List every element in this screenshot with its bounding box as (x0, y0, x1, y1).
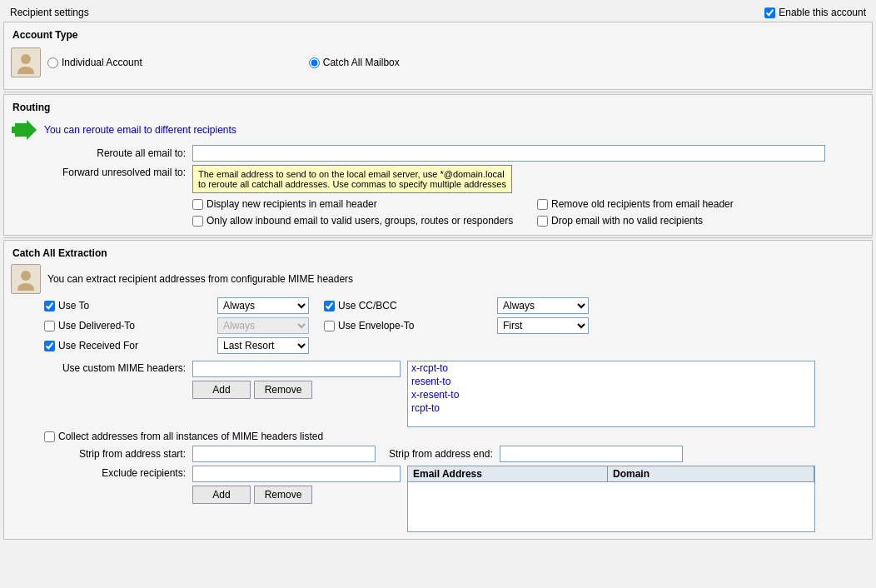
strip-end-input[interactable] (500, 446, 683, 462)
account-avatar (11, 47, 41, 77)
svg-point-6 (21, 271, 31, 281)
exclude-add-button[interactable]: Add (192, 486, 251, 504)
strip-start-input[interactable] (192, 446, 376, 462)
domain-col-header: Domain (608, 466, 814, 481)
exclude-label: Exclude recipients: (44, 466, 186, 479)
list-item[interactable]: rcpt-to (408, 401, 814, 415)
use-received-checkbox[interactable] (44, 341, 55, 351)
individual-account-radio[interactable] (47, 57, 58, 68)
custom-mime-input[interactable] (192, 361, 401, 377)
strip-end-label: Strip from address end: (389, 448, 493, 460)
exclude-remove-button[interactable]: Remove (254, 486, 312, 504)
mime-add-button[interactable]: Add (192, 381, 251, 399)
tooltip-line1: The email address to send to on the loca… (198, 169, 506, 179)
use-delivered-checkbox[interactable] (44, 321, 55, 331)
list-item[interactable]: x-resent-to (408, 388, 814, 401)
reroute-label: Reroute all email to: (44, 147, 186, 159)
tooltip-line2: to reroute all catchall addresses. Use c… (198, 179, 506, 189)
extraction-avatar (11, 264, 41, 294)
use-cc-bcc-label: Use CC/BCC (338, 300, 397, 311)
use-envelope-label: Use Envelope-To (338, 320, 414, 331)
mime-list: x-rcpt-to resent-to x-resent-to rcpt-to (407, 361, 815, 427)
use-envelope-checkbox[interactable] (324, 321, 335, 331)
enable-account-checkbox[interactable] (764, 7, 775, 18)
use-cc-bcc-checkbox[interactable] (324, 301, 335, 311)
recipient-settings-title: Recipient settings (10, 7, 89, 18)
svg-point-1 (17, 67, 34, 74)
display-new-label: Display new recipients in email header (207, 198, 377, 210)
svg-point-7 (17, 283, 34, 291)
use-envelope-dropdown[interactable]: First Always Last Resort (497, 317, 589, 334)
use-to-checkbox[interactable] (44, 301, 55, 311)
drop-email-checkbox[interactable] (537, 216, 548, 227)
list-item[interactable]: x-rcpt-to (408, 361, 814, 375)
forward-label: Forward unresolved mail to: (44, 165, 186, 178)
drop-email-label: Drop email with no valid recipients (551, 215, 703, 227)
catch-all-header: Catch All Extraction (11, 244, 865, 261)
use-received-dropdown[interactable]: Last Resort Always First (217, 337, 309, 354)
svg-rect-5 (15, 133, 27, 137)
exclude-table: Email Address Domain (407, 466, 815, 532)
only-allow-checkbox[interactable] (192, 216, 203, 227)
collect-all-label: Collect addresses from all instances of … (58, 431, 323, 442)
display-new-checkbox[interactable] (192, 199, 203, 210)
svg-marker-3 (27, 120, 37, 140)
account-type-header: Account Type (11, 26, 865, 42)
extraction-info-text: You can extract recipient addresses from… (47, 273, 353, 285)
catchall-mailbox-label: Catch All Mailbox (323, 57, 400, 68)
routing-header: Routing (11, 98, 865, 115)
custom-mime-label: Use custom MIME headers: (44, 361, 186, 374)
use-delivered-dropdown[interactable]: Always First Last Resort (217, 317, 309, 334)
strip-start-label: Strip from address start: (44, 448, 186, 460)
individual-account-label: Individual Account (62, 57, 142, 68)
routing-info-text: You can reroute email to different recip… (44, 124, 236, 136)
use-cc-bcc-dropdown[interactable]: Always First Last Resort (497, 297, 589, 314)
collect-all-checkbox[interactable] (44, 431, 55, 442)
use-delivered-label: Use Delivered-To (58, 320, 135, 331)
only-allow-label: Only allow inbound email to valid users,… (207, 215, 513, 227)
mime-remove-button[interactable]: Remove (254, 381, 312, 399)
enable-account-label: Enable this account (779, 7, 866, 18)
use-to-label: Use To (58, 300, 89, 311)
forward-tooltip: The email address to send to on the loca… (192, 165, 512, 193)
use-to-dropdown[interactable]: Always First Last Resort (217, 297, 309, 314)
remove-old-checkbox[interactable] (537, 199, 548, 210)
svg-rect-2 (12, 127, 28, 133)
exclude-input[interactable] (192, 466, 401, 482)
catchall-mailbox-radio[interactable] (309, 57, 320, 68)
use-received-label: Use Received For (58, 340, 138, 351)
remove-old-label: Remove old recipients from email header (551, 198, 734, 210)
svg-rect-4 (15, 123, 27, 127)
list-item[interactable]: resent-to (408, 375, 814, 388)
routing-arrow-icon (11, 118, 37, 142)
email-address-col-header: Email Address (408, 466, 608, 481)
reroute-input[interactable] (192, 145, 825, 162)
svg-point-0 (21, 54, 31, 64)
